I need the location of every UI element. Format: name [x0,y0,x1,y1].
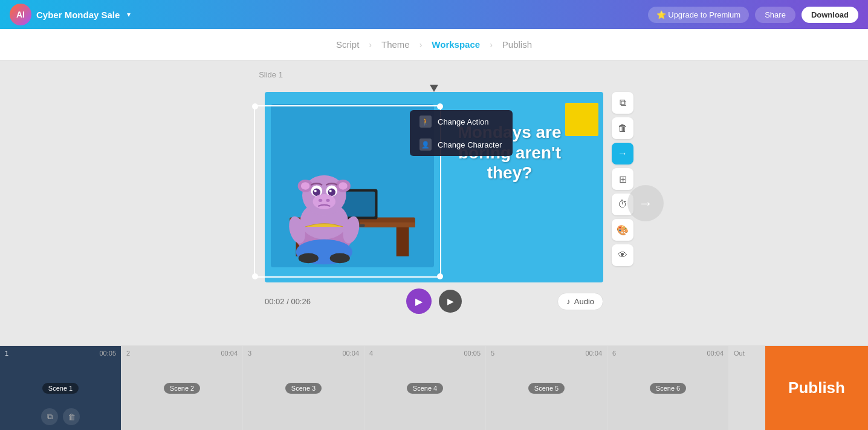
app-logo: AI [10,4,31,25]
scene-num-4: 4 [369,350,373,357]
scene-time-6: 00:04 [707,350,724,357]
selection-handle-br[interactable] [437,273,443,279]
scene-label-4: Scene 4 [407,383,443,394]
nav-item-theme[interactable]: Theme [377,37,415,52]
scene-1-delete-button[interactable]: 🗑 [63,408,80,425]
change-action-icon: 🚶 [419,116,432,128]
palette-tool-button[interactable]: 🎨 [612,219,633,241]
timeline-scene-5[interactable]: 5 00:04 Scene 5 [486,346,607,430]
svg-point-15 [338,182,348,189]
chevron-down-icon: ▾ [127,10,131,19]
timeline-strip: 1 00:05 Scene 1 ⧉ 🗑 2 00:04 Scene 2 3 00… [0,345,868,430]
timeline-scene-4[interactable]: 4 00:05 Scene 4 [364,346,486,430]
share-button[interactable]: Share [755,7,795,23]
play-button[interactable]: ▶ [406,288,432,314]
timeline-scene-6[interactable]: 6 00:04 Scene 6 [607,346,729,430]
svg-rect-2 [397,224,409,256]
publish-label: Publish [788,379,845,397]
layout-tool-button[interactable]: ⊞ [612,168,633,190]
delete-tool-button[interactable]: 🗑 [612,117,633,139]
nav-item-script[interactable]: Script [331,37,364,52]
visibility-tool-button[interactable]: 👁 [612,244,633,266]
copy-tool-button[interactable]: ⧉ [612,92,633,114]
scene-num-6: 6 [612,350,616,357]
svg-point-28 [299,253,319,263]
right-toolbar: ⧉ 🗑 → ⊞ ⏱ 🎨 👁 [612,92,633,266]
nav-sep-2: › [419,40,423,50]
slide-canvas[interactable]: Mondays are boring aren't they? 🚶 Change… [265,92,603,282]
scene-label-2: Scene 2 [164,383,200,394]
svg-point-29 [330,253,350,263]
nav-item-publish[interactable]: Publish [497,37,537,52]
time-display: 00:02 / 00:26 [265,297,311,306]
svg-point-20 [314,189,317,192]
timeline-marker [430,85,438,92]
controls-bar: 00:02 / 00:26 ▶ ▶ ♪ Audio [265,288,603,314]
scene-1-actions: ⧉ 🗑 [41,408,80,425]
scene-label-5: Scene 5 [528,383,565,394]
scene-time-1: 00:05 [99,350,116,357]
svg-point-21 [329,189,332,192]
nav-bar: Script › Theme › Workspace › Publish [0,29,868,60]
scene-num-3: 3 [248,350,251,357]
scene-time-4: 00:05 [464,350,481,357]
publish-button[interactable]: Publish [765,346,868,430]
upgrade-button[interactable]: ⭐ Upgrade to Premium [648,7,750,23]
scene-1-copy-button[interactable]: ⧉ [41,408,58,425]
timeline-scene-1[interactable]: 1 00:05 Scene 1 ⧉ 🗑 [0,346,121,430]
scene-time-5: 00:04 [585,350,602,357]
svg-point-22 [313,194,335,209]
scene-time-2: 00:04 [221,350,238,357]
change-character-label: Change Character [438,140,502,149]
context-menu-change-action[interactable]: 🚶 Change Action [410,110,513,133]
timeline-scene-2[interactable]: 2 00:04 Scene 2 [121,346,243,430]
out-label: Out [734,350,745,357]
slide-wrapper: Mondays are boring aren't they? 🚶 Change… [265,92,603,314]
header: AI Cyber Monday Sale ▾ ⭐ Upgrade to Prem… [0,0,868,29]
project-title: Cyber Monday Sale [36,10,120,20]
audio-button[interactable]: ♪ Audio [557,293,603,310]
scene-num-2: 2 [126,350,130,357]
change-character-icon: 👤 [419,138,432,151]
svg-point-23 [319,198,322,201]
main-workspace: Slide 1 [0,60,868,345]
audio-icon: ♪ [566,297,571,306]
download-button[interactable]: Download [802,7,858,23]
header-right: ⭐ Upgrade to Premium Share Download [648,7,858,23]
scene-label-1: Scene 1 [42,383,79,394]
step-button[interactable]: ▶ [439,290,462,313]
scene-time-3: 00:04 [342,350,359,357]
timeline-out: Out [729,346,765,430]
slide-label: Slide 1 [259,70,283,79]
context-menu: 🚶 Change Action 👤 Change Character [410,110,513,156]
nav-sep-1: › [369,40,372,50]
scene-num-5: 5 [491,350,494,357]
svg-point-24 [326,198,329,201]
selection-handle-tl[interactable] [252,103,258,109]
selection-handle-tr[interactable] [437,103,443,109]
next-scene-arrow[interactable]: → [627,185,664,221]
nav-sep-3: › [490,40,493,50]
timeline-scene-3[interactable]: 3 00:04 Scene 3 [243,346,364,430]
scene-label-6: Scene 6 [650,383,686,394]
context-menu-change-character[interactable]: 👤 Change Character [410,133,513,156]
header-left: AI Cyber Monday Sale ▾ [10,4,131,25]
nav-item-workspace[interactable]: Workspace [427,37,485,52]
transition-tool-button[interactable]: → [612,143,633,165]
scene-label-3: Scene 3 [285,383,322,394]
change-action-label: Change Action [438,117,489,126]
svg-point-14 [301,182,310,189]
audio-label: Audio [574,297,594,306]
selection-handle-bl[interactable] [252,273,258,279]
scene-num-1: 1 [5,350,8,357]
